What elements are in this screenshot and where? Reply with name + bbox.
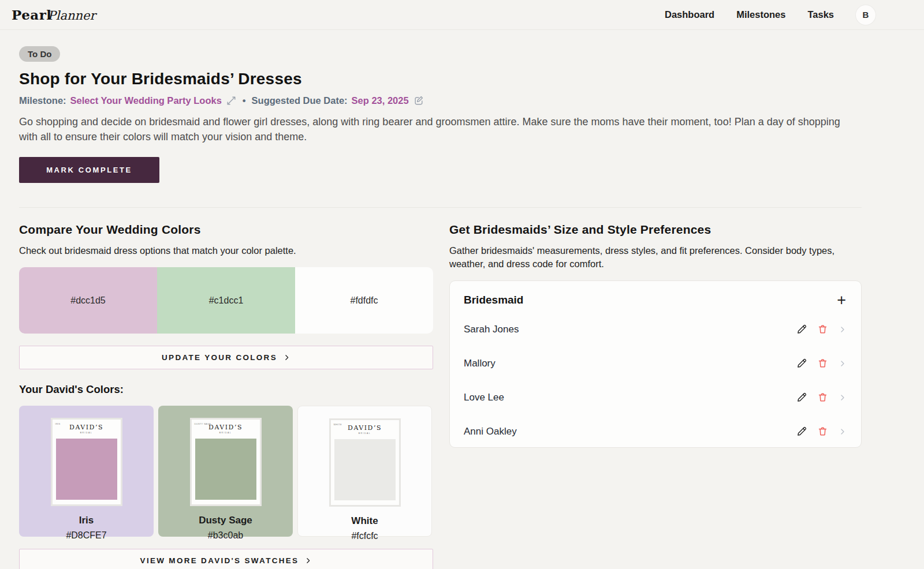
top-nav: Pearl Planner Dashboard Milestones Tasks…: [0, 0, 924, 30]
chevron-right-icon[interactable]: [838, 325, 847, 334]
view-more-swatches-button[interactable]: VIEW MORE DAVID'S SWATCHES: [19, 549, 433, 569]
bridesmaid-row[interactable]: Sarah Jones: [464, 312, 847, 346]
swatch-name: White: [298, 515, 431, 527]
chevron-right-icon: [304, 557, 312, 564]
milestone-label: Milestone:: [19, 95, 66, 106]
fabric-swatch: [56, 439, 117, 500]
colors-section-title: Compare Your Wedding Colors: [19, 223, 433, 237]
task-description: Go shopping and decide on bridesmaid and…: [19, 114, 859, 144]
update-colors-label: UPDATE YOUR COLORS: [162, 353, 277, 362]
avatar[interactable]: B: [856, 5, 875, 25]
chevron-right-icon[interactable]: [838, 427, 847, 436]
meta-separator: •: [243, 95, 246, 106]
bridesmaid-row[interactable]: Anni Oakley: [464, 414, 847, 448]
swatch-corner-label: IRIS: [55, 422, 61, 425]
logo[interactable]: Pearl Planner: [12, 7, 95, 23]
mark-complete-button[interactable]: MARK COMPLETE: [19, 157, 159, 183]
chevron-right-icon[interactable]: [838, 393, 847, 402]
logo-planner-text: Planner: [48, 9, 96, 23]
edit-pencil-icon[interactable]: [796, 324, 807, 335]
chevron-right-icon: [283, 354, 290, 361]
swatch-photo: IRIS DAVID’S BRIDAL: [51, 418, 122, 506]
nav-links: Dashboard Milestones Tasks B: [665, 5, 875, 25]
davids-brand-subtext: BRIDAL: [53, 432, 121, 434]
edit-pencil-icon[interactable]: [796, 426, 807, 437]
expand-icon[interactable]: [226, 95, 237, 106]
davids-swatch-row: IRIS DAVID’S BRIDAL Iris #D8CFE7: [19, 406, 433, 537]
swatch-hex: #b3c0ab: [158, 530, 293, 541]
davids-brand-text: DAVID’S: [53, 424, 121, 431]
fabric-swatch: [334, 439, 396, 500]
bridesmaid-name: Sarah Jones: [464, 324, 519, 335]
palette-swatch: #c1dcc1: [157, 267, 295, 334]
delete-trash-icon[interactable]: [817, 426, 828, 437]
davids-brand-subtext: BRIDAL: [192, 432, 260, 434]
bridesmaid-preferences-section: Get Bridesmaids’ Size and Style Preferen…: [449, 223, 862, 569]
wedding-colors-section: Compare Your Wedding Colors Check out br…: [19, 223, 433, 569]
update-colors-button[interactable]: UPDATE YOUR COLORS: [19, 346, 433, 369]
due-date-value: Sep 23, 2025: [352, 95, 409, 106]
bridesmaid-name: Anni Oakley: [464, 426, 517, 437]
bridesmaid-row[interactable]: Love Lee: [464, 380, 847, 414]
edit-pencil-icon[interactable]: [796, 358, 807, 369]
preferences-section-subtitle: Gather bridesmaids' measurements, dress …: [449, 244, 862, 271]
colors-section-subtitle: Check out bridesmaid dress options that …: [19, 244, 433, 257]
swatch-hex: #D8CFE7: [19, 530, 154, 541]
palette-swatch: #fdfdfc: [295, 267, 433, 334]
page-title: Shop for Your Bridesmaids’ Dresses: [19, 70, 862, 88]
chevron-right-icon[interactable]: [838, 359, 847, 368]
swatch-corner-label: WHITE: [334, 423, 342, 426]
davids-colors-title: Your David's Colors:: [19, 383, 433, 396]
nav-dashboard[interactable]: Dashboard: [665, 9, 714, 20]
delete-trash-icon[interactable]: [817, 392, 828, 403]
bridesmaid-card: Bridesmaid + Sarah Jones Mallory: [449, 280, 862, 448]
davids-swatch-card-iris: IRIS DAVID’S BRIDAL Iris #D8CFE7: [19, 406, 154, 537]
bridesmaid-name: Love Lee: [464, 392, 504, 403]
davids-swatch-card-white: WHITE DAVID’S BRIDAL White #fcfcfc: [297, 406, 432, 537]
swatch-corner-label: DUSTY SAGE: [195, 422, 211, 425]
swatch-name: Dusty Sage: [158, 515, 293, 526]
nav-tasks[interactable]: Tasks: [807, 9, 834, 20]
bridesmaid-card-title: Bridesmaid: [464, 294, 523, 306]
swatch-hex: #fcfcfc: [298, 531, 431, 541]
nav-milestones[interactable]: Milestones: [736, 9, 785, 20]
davids-swatch-card-dusty-sage: DUSTY SAGE DAVID’S BRIDAL Dusty Sage #b3…: [158, 406, 293, 537]
preferences-section-title: Get Bridesmaids’ Size and Style Preferen…: [449, 223, 862, 237]
edit-pencil-icon[interactable]: [796, 392, 807, 403]
add-bridesmaid-button[interactable]: +: [836, 293, 847, 308]
milestone-link[interactable]: Select Your Wedding Party Looks: [70, 95, 222, 106]
section-divider: [19, 207, 862, 208]
fabric-swatch: [195, 439, 256, 500]
logo-pearl-text: Pearl: [12, 7, 52, 23]
edit-due-date-icon[interactable]: [413, 95, 424, 106]
status-badge: To Do: [19, 46, 60, 62]
due-date-label: Suggested Due Date:: [252, 95, 348, 106]
view-more-swatches-label: VIEW MORE DAVID'S SWATCHES: [140, 556, 299, 565]
delete-trash-icon[interactable]: [817, 324, 828, 335]
task-meta: Milestone: Select Your Wedding Party Loo…: [19, 95, 862, 106]
davids-brand-subtext: BRIDAL: [331, 432, 399, 435]
color-palette: #dcc1d5 #c1dcc1 #fdfdfc: [19, 267, 433, 334]
delete-trash-icon[interactable]: [817, 358, 828, 369]
swatch-photo: DUSTY SAGE DAVID’S BRIDAL: [190, 418, 262, 506]
bridesmaid-name: Mallory: [464, 358, 495, 369]
swatch-photo: WHITE DAVID’S BRIDAL: [329, 418, 401, 507]
palette-swatch: #dcc1d5: [19, 267, 157, 334]
bridesmaid-row[interactable]: Mallory: [464, 346, 847, 380]
swatch-name: Iris: [19, 515, 154, 526]
